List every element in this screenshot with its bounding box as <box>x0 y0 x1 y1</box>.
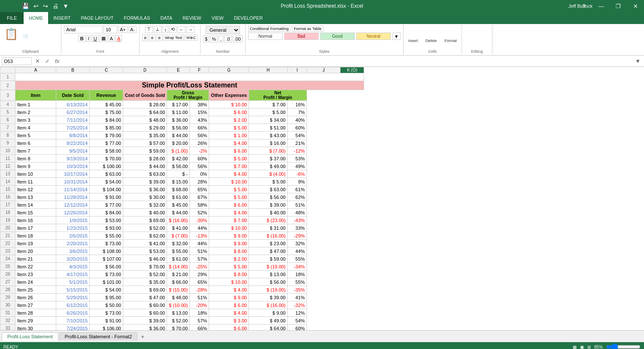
cell-date[interactable]: 7/25/2014 <box>56 124 90 132</box>
cell-item[interactable]: Item 2 <box>15 108 56 116</box>
align-left-btn[interactable]: ≡ <box>142 34 148 41</box>
cell-gross-margin[interactable]: 52% <box>190 209 209 217</box>
cell-net-profit[interactable]: $ 56.00 <box>249 193 288 201</box>
border-btn[interactable]: ▦ <box>100 35 107 42</box>
cell-item[interactable]: Item 22 <box>15 263 56 271</box>
cell-revenue[interactable]: $ 50.00 <box>90 301 123 309</box>
cell-net-margin[interactable]: 60% <box>288 124 307 132</box>
style-good[interactable]: Good <box>320 33 355 40</box>
autosum-button[interactable]: Σ AutoSum <box>465 26 489 32</box>
tab-page-layout[interactable]: PAGE LAYOUT <box>76 12 118 24</box>
cell-cogs[interactable]: $ 53.00 <box>123 247 167 255</box>
cell-date[interactable]: 7/10/2015 <box>56 317 90 325</box>
print-preview-icon[interactable]: 🖨 <box>51 2 60 10</box>
cell-other-exp[interactable]: $ 2.00 <box>209 255 249 263</box>
cell-gross-profit[interactable]: $ 20.00 <box>167 139 190 147</box>
cell-cogs[interactable]: $ 69.00 <box>123 286 167 294</box>
cell-date[interactable]: 6/26/2015 <box>56 309 90 317</box>
cell-revenue[interactable]: $ 84.00 <box>90 209 123 217</box>
insert-function-btn[interactable]: fx <box>53 58 61 64</box>
cell-item[interactable]: Item 8 <box>15 155 56 162</box>
col-G[interactable]: G <box>209 67 249 73</box>
cell-gross-profit[interactable]: $ 61.00 <box>167 255 190 263</box>
col-E[interactable]: E <box>167 67 190 73</box>
cell-cogs[interactable]: $ 36.00 <box>123 186 167 193</box>
cell-gross-profit[interactable]: $ 42.00 <box>167 155 190 162</box>
cell-cogs[interactable]: $ 39.00 <box>123 178 167 186</box>
cell-net-margin[interactable]: 41% <box>288 294 307 301</box>
cell-gross-profit[interactable]: $ (10.00) <box>167 301 190 309</box>
cell-item[interactable]: Item 27 <box>15 301 56 309</box>
cell-revenue[interactable]: $ 100.00 <box>90 162 123 170</box>
cell-revenue[interactable]: $ 93.00 <box>90 224 123 232</box>
decrease-font-btn[interactable]: A- <box>128 26 137 33</box>
number-format-select[interactable]: General <box>206 26 240 34</box>
format-painter-button[interactable]: 🖌 Format Painter <box>21 41 58 47</box>
cell-other-exp[interactable]: $ 7.00 <box>209 217 249 224</box>
indent-decrease-btn[interactable]: ← <box>177 26 185 33</box>
cell-other-exp[interactable]: $ 7.00 <box>209 162 249 170</box>
cell-net-margin[interactable]: -6% <box>288 170 307 178</box>
cell-item[interactable]: Item 9 <box>15 162 56 170</box>
cell-net-profit[interactable]: $ 49.00 <box>249 162 288 170</box>
cell-date[interactable]: 11/14/2014 <box>56 186 90 193</box>
maximize-btn[interactable]: ❐ <box>610 0 627 12</box>
zoom-slider[interactable] <box>606 343 641 349</box>
cell-net-profit[interactable]: $ 5.00 <box>249 108 288 116</box>
cell-net-margin[interactable]: 49% <box>288 162 307 170</box>
cell-revenue[interactable]: $ 75.00 <box>90 108 123 116</box>
cell-date[interactable]: 7/11/2014 <box>56 116 90 124</box>
cell-revenue[interactable]: $ 73.00 <box>90 309 123 317</box>
col-H[interactable]: H <box>249 67 288 73</box>
cell-date[interactable]: 10/3/2014 <box>56 162 90 170</box>
clear-button[interactable]: ✕ Clear = <box>465 41 487 48</box>
cut-button[interactable]: ✂ ✂ Cut <box>21 26 58 33</box>
cell-gross-margin[interactable]: 67% <box>190 193 209 201</box>
cell-gross-profit[interactable]: $ 44.00 <box>167 209 190 217</box>
decrease-decimal-btn[interactable]: .0 <box>224 36 231 42</box>
cell-net-profit[interactable]: $ (16.00) <box>249 232 288 240</box>
cell-gross-margin[interactable]: 51% <box>190 247 209 255</box>
cell-item[interactable]: Item 30 <box>15 325 56 331</box>
percent-btn[interactable]: % <box>210 36 218 42</box>
cell-revenue[interactable]: $ 95.00 <box>90 294 123 301</box>
cell-cogs[interactable]: $ 40.00 <box>123 209 167 217</box>
cell-net-margin[interactable]: -12% <box>288 147 307 155</box>
cell-gross-profit[interactable]: $ 68.00 <box>167 186 190 193</box>
cell-gross-margin[interactable]: 44% <box>190 240 209 247</box>
cell-revenue[interactable]: $ 70.00 <box>90 155 123 162</box>
cell-date[interactable]: 7/24/2015 <box>56 325 90 331</box>
cell-net-margin[interactable]: 18% <box>288 271 307 278</box>
cell-net-profit[interactable]: $ 64.00 <box>249 325 288 331</box>
comma-btn[interactable]: , <box>219 36 223 42</box>
view-page-break-icon[interactable]: ⊞ <box>587 345 591 349</box>
cell-net-margin[interactable]: 7% <box>288 108 307 116</box>
cell-revenue[interactable]: $ 73.00 <box>90 271 123 278</box>
help-btn[interactable]: ? <box>575 0 592 12</box>
cell-gross-margin[interactable]: -28% <box>190 286 209 294</box>
cell-item[interactable]: Item 13 <box>15 193 56 201</box>
cell-revenue[interactable]: $ 73.00 <box>90 240 123 247</box>
cell-net-margin[interactable]: 54% <box>288 132 307 139</box>
italic-btn[interactable]: I <box>86 35 91 42</box>
col-F[interactable]: F <box>190 67 209 73</box>
cell-item[interactable]: Item 6 <box>15 139 56 147</box>
align-top-btn[interactable]: ⊤ <box>145 26 153 33</box>
cell-net-profit[interactable]: $ (4.00) <box>249 170 288 178</box>
style-bad[interactable]: Bad <box>284 33 319 40</box>
cell-net-margin[interactable]: -35% <box>288 286 307 294</box>
spreadsheet-container[interactable]: A B C D E F G H I J K (O) 1 2 Simpl <box>0 67 644 330</box>
cell-cogs[interactable]: $ 60.00 <box>123 309 167 317</box>
cell-net-margin[interactable]: 9% <box>288 178 307 186</box>
cell-item[interactable]: Item 24 <box>15 278 56 286</box>
cell-other-exp[interactable]: $ 8.00 <box>209 247 249 255</box>
cell-gross-margin[interactable]: -2% <box>190 147 209 155</box>
cell-net-profit[interactable]: $ (7.00) <box>249 147 288 155</box>
cell-net-margin[interactable]: -32% <box>288 301 307 309</box>
cell-gross-margin[interactable]: 29% <box>190 271 209 278</box>
tab-review[interactable]: REVIEW <box>177 12 206 24</box>
cell-date[interactable]: 2/20/2015 <box>56 240 90 247</box>
col-B[interactable]: B <box>56 67 90 73</box>
cell-net-margin[interactable]: -29% <box>288 232 307 240</box>
tab-file[interactable]: FILE <box>0 12 24 24</box>
